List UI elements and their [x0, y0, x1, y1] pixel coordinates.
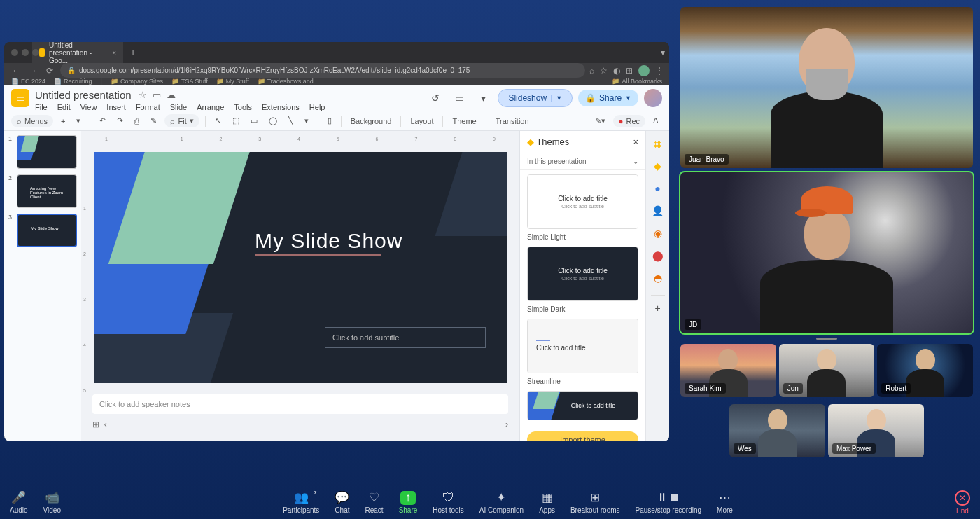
line-icon[interactable]: ╲ [285, 114, 297, 127]
print-icon[interactable]: ⎙ [131, 115, 143, 127]
search-menus[interactable]: ⌕Menus [11, 115, 53, 127]
video-tile[interactable]: Jon [779, 344, 875, 397]
transition-button[interactable]: Transition [492, 115, 533, 127]
close-panel-icon[interactable]: × [633, 137, 638, 147]
cursor-tool-icon[interactable]: ↖ [211, 114, 225, 127]
nav-back-icon[interactable]: ← [10, 66, 22, 76]
speaker-notes[interactable]: Click to add speaker notes [92, 394, 508, 414]
video-tile[interactable]: Max Power [828, 404, 924, 457]
puzzle-icon[interactable]: ⊞ [626, 66, 633, 76]
subtitle-textbox[interactable]: Click to add subtitle [325, 327, 486, 348]
ai-companion-button[interactable]: ✦ AI Companion [479, 491, 524, 514]
line-dropdown[interactable]: ▾ [301, 114, 312, 127]
layout-button[interactable]: Layout [407, 115, 437, 127]
end-meeting-button[interactable]: ✕ End [955, 490, 970, 515]
close-tab-icon[interactable]: × [112, 49, 116, 57]
menu-arrange[interactable]: Arrange [197, 103, 224, 111]
bookmark-item[interactable]: EC 2024 [11, 78, 46, 85]
theme-card[interactable]: Click to add title [527, 319, 638, 373]
bookmark-star-icon[interactable]: ☆ [600, 66, 608, 76]
prev-slide-icon[interactable]: ‹ [104, 420, 107, 429]
move-folder-icon[interactable]: ▭ [153, 90, 161, 100]
maps-icon[interactable]: ◉ [654, 228, 662, 239]
bookmark-folder[interactable]: TSA Stuff [172, 78, 208, 85]
filmstrip[interactable]: 1 2 Amazing New Features in Zoom Client … [4, 131, 81, 441]
video-tile[interactable]: Robert [877, 344, 973, 397]
slides-logo-icon[interactable]: ▭ [11, 89, 29, 107]
doc-title[interactable]: Untitled presentation [35, 89, 132, 101]
next-slide-icon[interactable]: › [505, 420, 508, 429]
rec-button[interactable]: Rec [613, 115, 645, 127]
share-button[interactable]: 🔒 Share ▼ [578, 90, 638, 106]
menu-edit[interactable]: Edit [57, 103, 71, 111]
react-button[interactable]: ♡ React [365, 491, 384, 514]
audio-button[interactable]: 🎤 Audio [10, 491, 28, 514]
redo-icon[interactable]: ↷ [113, 114, 127, 127]
video-button[interactable]: 📹 Video [43, 491, 61, 514]
bookmark-all[interactable]: All Bookmarks [612, 78, 662, 85]
menu-file[interactable]: File [35, 103, 48, 111]
paint-format-icon[interactable]: ✎ [147, 114, 160, 127]
tab-dropdown-icon[interactable]: ▾ [657, 48, 669, 57]
shape-icon[interactable]: ◯ [265, 114, 281, 127]
host-tools-button[interactable]: 🛡 Host tools [433, 491, 463, 514]
themes-list[interactable]: Click to add titleClick to add subtitle … [520, 170, 645, 427]
zoom-dropdown[interactable]: ⌕Fit ▾ [164, 114, 199, 127]
kebab-menu-icon[interactable]: ⋮ [655, 66, 664, 76]
search-icon[interactable]: ⌕ [589, 66, 594, 76]
history-icon[interactable]: ↺ [426, 89, 444, 107]
undo-icon[interactable]: ↶ [96, 114, 109, 127]
pen-dropdown[interactable]: ✎▾ [592, 114, 609, 127]
chevron-down-icon[interactable]: ▼ [551, 95, 562, 102]
get-addons-icon[interactable]: + [651, 295, 665, 314]
slide-thumb[interactable]: 1 [8, 135, 77, 169]
chat-button[interactable]: 💬 Chat [335, 491, 349, 514]
addon-icon[interactable]: ⬤ [652, 250, 664, 261]
theme-card[interactable]: Click to add titleClick to add subtitle [527, 247, 638, 301]
textbox-icon[interactable]: ⬚ [229, 114, 243, 127]
record-controls-button[interactable]: ⏸⏹ Pause/stop recording [636, 491, 702, 514]
theme-button[interactable]: Theme [449, 115, 479, 127]
new-slide-button[interactable]: + [57, 115, 69, 127]
address-bar[interactable]: 🔒 docs.google.com/presentation/d/1l6iH2x… [60, 63, 585, 78]
bookmark-folder[interactable]: Company Sites [111, 78, 163, 85]
participants-button[interactable]: 👥 7 Participants [283, 491, 319, 514]
account-avatar[interactable] [644, 89, 662, 107]
menu-tools[interactable]: Tools [234, 103, 252, 111]
chevron-down-icon[interactable]: ▼ [625, 95, 631, 102]
new-tab-button[interactable]: + [126, 47, 140, 58]
import-theme-button[interactable]: Import theme [527, 431, 638, 441]
menu-help[interactable]: Help [309, 103, 326, 111]
image-icon[interactable]: ▭ [247, 114, 261, 127]
menu-view[interactable]: View [80, 103, 97, 111]
slideshow-button[interactable]: Slideshow ▼ [498, 89, 573, 107]
bookmark-folder[interactable]: Tradeshows and ... [258, 78, 321, 85]
calendar-icon[interactable]: ▦ [653, 138, 662, 149]
breakout-rooms-button[interactable]: ⊞ Breakout rooms [570, 491, 620, 514]
tasks-icon[interactable]: ● [654, 183, 660, 194]
background-button[interactable]: Background [347, 115, 396, 127]
resize-handle[interactable] [816, 338, 837, 340]
keep-icon[interactable]: ◆ [654, 160, 662, 172]
theme-card[interactable]: Click to add titleClick to add subtitle [527, 174, 638, 229]
slide-thumb[interactable]: 2 Amazing New Features in Zoom Client [8, 174, 77, 208]
menu-insert[interactable]: Insert [106, 103, 126, 111]
meet-icon[interactable]: ▾ [474, 89, 492, 107]
nav-forward-icon[interactable]: → [27, 66, 39, 76]
share-button[interactable]: ↑ Share [399, 491, 418, 514]
bookmark-item[interactable]: Recruiting [54, 78, 92, 85]
comment-icon[interactable]: ▭ [450, 89, 468, 107]
slide-thumb-selected[interactable]: 3 My Slide Show [8, 214, 77, 247]
menu-slide[interactable]: Slide [170, 103, 187, 111]
addon-icon[interactable]: ◓ [654, 272, 662, 284]
video-tile[interactable]: Wes [729, 404, 825, 457]
collapse-toolbar-icon[interactable]: ᐱ [650, 114, 662, 127]
theme-card[interactable]: Click to add title [527, 391, 638, 420]
themes-section[interactable]: In this presentation ⌄ [520, 153, 645, 170]
bookmark-folder[interactable]: My Stuff [216, 78, 249, 85]
title-textbox[interactable]: My Slide Show [255, 229, 402, 256]
contacts-icon[interactable]: 👤 [652, 205, 664, 216]
profile-avatar-icon[interactable] [638, 65, 650, 76]
menu-extensions[interactable]: Extensions [262, 103, 300, 111]
nav-reload-icon[interactable]: ⟳ [43, 66, 56, 76]
